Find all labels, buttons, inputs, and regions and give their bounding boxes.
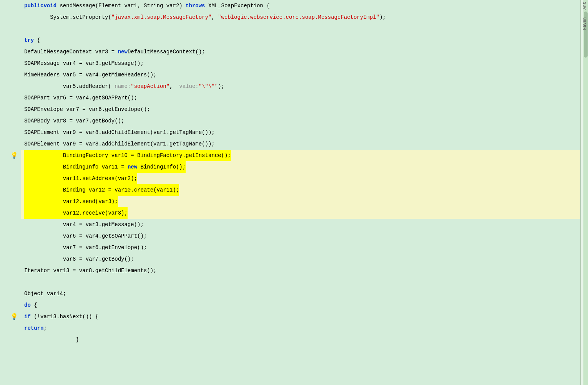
code-line: return; bbox=[21, 322, 580, 334]
scrollbar[interactable] bbox=[583, 0, 588, 385]
gutter-line bbox=[0, 276, 21, 288]
code-line: SOAPMessage var4 = var3.getMessage(); bbox=[21, 58, 580, 69]
gutter-line bbox=[0, 207, 21, 219]
maven-label: Maven bbox=[582, 17, 587, 30]
gutter-line bbox=[0, 173, 21, 184]
gutter-line bbox=[0, 322, 21, 334]
gutter-line bbox=[0, 12, 21, 23]
code-line: do { bbox=[21, 299, 580, 311]
code-line: if (!var13.hasNext()) { bbox=[21, 311, 580, 322]
code-line: var4 = var3.getMessage(); bbox=[21, 219, 580, 230]
code-line: System.setProperty("javax.xml.soap.Messa… bbox=[21, 12, 580, 23]
gutter-line bbox=[0, 35, 21, 46]
code-line: var12.send(var3); bbox=[21, 196, 580, 207]
gutter-line bbox=[0, 265, 21, 276]
code-area[interactable]: public void sendMessage(Element var1, St… bbox=[21, 0, 580, 385]
code-line: Object var14; bbox=[21, 288, 580, 299]
code-line: SOAPBody var8 = var7.getBody(); bbox=[21, 115, 580, 127]
editor-container: 💡💡 public void sendMessage(Element var1,… bbox=[0, 0, 588, 385]
code-line bbox=[21, 23, 580, 35]
ant-label: Ant bbox=[582, 2, 587, 10]
code-line: var7 = var6.getEnvelope(); bbox=[21, 242, 580, 253]
code-line: public void sendMessage(Element var1, St… bbox=[21, 0, 580, 12]
gutter-line: 💡 bbox=[0, 311, 21, 322]
gutter-line bbox=[0, 219, 21, 230]
gutter-line bbox=[0, 138, 21, 150]
gutter-line bbox=[0, 58, 21, 69]
gutter-line bbox=[0, 81, 21, 92]
gutter-line bbox=[0, 104, 21, 115]
code-line: BindingFactory var10 = BindingFactory.ge… bbox=[21, 150, 580, 161]
gutter-line bbox=[0, 253, 21, 265]
code-line: var5.addHeader( name: "soapAction", valu… bbox=[21, 81, 580, 92]
gutter-line bbox=[0, 46, 21, 58]
gutter-line bbox=[0, 115, 21, 127]
code-line: SOAPElement var9 = var8.addChildElement(… bbox=[21, 138, 580, 150]
code-line: var6 = var4.getSOAPPart(); bbox=[21, 230, 580, 242]
code-line: SOAPElement var9 = var8.addChildElement(… bbox=[21, 127, 580, 138]
gutter-line bbox=[0, 334, 21, 345]
gutter-line bbox=[0, 69, 21, 81]
code-line: var11.setAddress(var2); bbox=[21, 173, 580, 184]
code-line: DefaultMessageContext var3 = new Default… bbox=[21, 46, 580, 58]
code-line: } bbox=[21, 334, 580, 345]
gutter-line bbox=[0, 161, 21, 173]
gutter-line bbox=[0, 242, 21, 253]
gutter-line bbox=[0, 0, 21, 12]
bulb-icon[interactable]: 💡 bbox=[10, 313, 18, 321]
gutter-line bbox=[0, 127, 21, 138]
code-line: MimeHeaders var5 = var4.getMimeHeaders()… bbox=[21, 69, 580, 81]
code-line: Binding var12 = var10.create(var11); bbox=[21, 184, 580, 196]
code-line: var12.receive(var3); bbox=[21, 207, 580, 219]
gutter-line bbox=[0, 92, 21, 104]
code-line: try { bbox=[21, 35, 580, 46]
code-line: SOAPEnvelope var7 = var6.getEnvelope(); bbox=[21, 104, 580, 115]
gutter-line bbox=[0, 184, 21, 196]
code-line: Iterator var13 = var8.getChildElements()… bbox=[21, 265, 580, 276]
code-line: var8 = var7.getBody(); bbox=[21, 253, 580, 265]
code-line bbox=[21, 276, 580, 288]
gutter-line bbox=[0, 288, 21, 299]
code-line: SOAPPart var6 = var4.getSOAPPart(); bbox=[21, 92, 580, 104]
gutter-line: 💡 bbox=[0, 150, 21, 161]
gutter-line bbox=[0, 196, 21, 207]
gutter-line bbox=[0, 23, 21, 35]
gutter-line bbox=[0, 230, 21, 242]
gutter-line bbox=[0, 299, 21, 311]
bulb-icon[interactable]: 💡 bbox=[10, 152, 18, 159]
code-line: BindingInfo var11 = new BindingInfo(); bbox=[21, 161, 580, 173]
gutter: 💡💡 bbox=[0, 0, 21, 385]
